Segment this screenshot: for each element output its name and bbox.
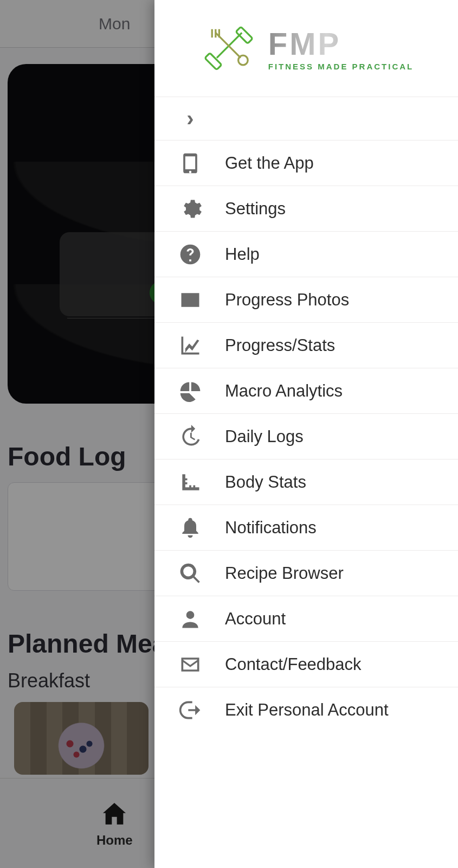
menu-label: Progress Photos [225, 290, 349, 310]
chevron-right-icon: › [178, 107, 202, 131]
menu-label: Recipe Browser [225, 564, 344, 583]
pie-chart-icon [178, 379, 202, 403]
svg-point-6 [186, 611, 195, 619]
menu-label: Exit Personal Account [225, 700, 389, 720]
menu-item-help[interactable]: Help [154, 231, 458, 277]
menu-label: Body Stats [225, 473, 306, 492]
gear-icon [178, 197, 202, 221]
svg-point-4 [238, 55, 248, 65]
menu-label: Daily Logs [225, 427, 304, 446]
logo-text-main: FMP [268, 25, 414, 62]
menu-label: Help [225, 245, 260, 264]
menu-label: Get the App [225, 154, 314, 173]
menu-item-account[interactable]: Account [154, 596, 458, 641]
user-icon [178, 607, 202, 631]
menu-label: Progress/Stats [225, 336, 335, 355]
menu-item-settings[interactable]: Settings [154, 186, 458, 231]
menu-label: Notifications [225, 518, 317, 538]
menu-item-body-stats[interactable]: Body Stats [154, 459, 458, 505]
drawer-menu: › Get the App Settings Help Progress Pho [154, 97, 458, 732]
envelope-icon [178, 653, 202, 676]
menu-item-exit-personal-account[interactable]: Exit Personal Account [154, 687, 458, 732]
drawer-header: FMP FITNESS MADE PRACTICAL [154, 0, 458, 97]
menu-item-progress-stats[interactable]: Progress/Stats [154, 322, 458, 368]
logo-mark-icon [199, 18, 259, 78]
logo: FMP FITNESS MADE PRACTICAL [199, 18, 414, 78]
menu-item-progress-photos[interactable]: Progress Photos [154, 277, 458, 322]
menu-label: Settings [225, 199, 286, 219]
menu-item-get-the-app[interactable]: Get the App [154, 140, 458, 186]
history-icon [178, 425, 202, 449]
chart-icon [178, 334, 202, 358]
menu-label: Contact/Feedback [225, 655, 362, 674]
menu-label: Macro Analytics [225, 381, 343, 401]
side-drawer: FMP FITNESS MADE PRACTICAL › Get the App… [154, 0, 458, 868]
menu-item-notifications[interactable]: Notifications [154, 505, 458, 550]
menu-item-macro-analytics[interactable]: Macro Analytics [154, 368, 458, 413]
menu-label: Account [225, 609, 286, 629]
phone-icon [178, 151, 202, 175]
menu-collapse-toggle[interactable]: › [154, 97, 458, 140]
question-icon [178, 242, 202, 266]
photo-icon [178, 288, 202, 312]
bell-icon [178, 516, 202, 540]
ruler-icon [178, 470, 202, 494]
menu-item-daily-logs[interactable]: Daily Logs [154, 413, 458, 459]
search-icon [178, 561, 202, 585]
menu-item-recipe-browser[interactable]: Recipe Browser [154, 550, 458, 596]
menu-item-contact-feedback[interactable]: Contact/Feedback [154, 641, 458, 687]
exit-icon [178, 698, 202, 722]
logo-text-sub: FITNESS MADE PRACTICAL [268, 62, 414, 71]
